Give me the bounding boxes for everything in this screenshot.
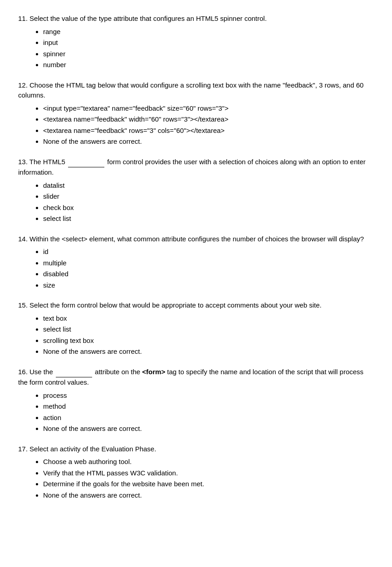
question-13-blank	[68, 157, 104, 168]
question-15: 15. Select the form control below that w…	[18, 300, 374, 357]
question-16-middle: attribute on the	[93, 368, 142, 376]
question-11-body: Select the value of the type attribute t…	[29, 15, 267, 22]
question-17: 17. Select an activity of the Evaluation…	[18, 444, 374, 501]
question-17-text: 17. Select an activity of the Evaluation…	[18, 444, 374, 455]
question-14: 14. Within the <select> element, what co…	[18, 234, 374, 291]
question-12-text: 12. Choose the HTML tag below that would…	[18, 80, 374, 101]
question-17-body: Select an activity of the Evaluation Pha…	[29, 445, 156, 453]
list-item: number	[43, 60, 374, 70]
question-14-options: id multiple disabled size	[18, 247, 374, 290]
question-16: 16. Use the attribute on the <form> tag …	[18, 367, 374, 434]
list-item: None of the answers are correct.	[43, 490, 374, 501]
list-item: range	[43, 27, 374, 37]
list-item: spinner	[43, 49, 374, 59]
question-15-body: Select the form control below that would…	[29, 301, 322, 309]
list-item: input	[43, 38, 374, 48]
question-12: 12. Choose the HTML tag below that would…	[18, 80, 374, 147]
question-11-text: 11. Select the value of the type attribu…	[18, 14, 374, 24]
list-item: Verify that the HTML passes W3C validati…	[43, 468, 374, 479]
list-item: datalist	[43, 181, 374, 191]
list-item: select list	[43, 214, 374, 224]
question-13-before: The HTML5	[29, 158, 67, 166]
question-11-options: range input spinner number	[18, 27, 374, 70]
question-15-options: text box select list scrolling text box …	[18, 313, 374, 357]
question-13-text: 13. The HTML5 form control provides the …	[18, 157, 374, 178]
question-14-number: 14.	[18, 235, 28, 243]
question-14-body: Within the <select> element, what common…	[29, 235, 364, 243]
list-item: scrolling text box	[43, 336, 374, 346]
list-item: select list	[43, 324, 374, 335]
list-item: Determine if the goals for the website h…	[43, 479, 374, 489]
question-16-blank	[56, 367, 92, 378]
question-13-number: 13.	[18, 158, 28, 166]
question-13: 13. The HTML5 form control provides the …	[18, 157, 374, 224]
question-16-bold: <form>	[142, 368, 165, 376]
question-15-number: 15.	[18, 301, 28, 309]
question-16-number: 16.	[18, 368, 28, 376]
question-14-text: 14. Within the <select> element, what co…	[18, 234, 374, 244]
list-item: check box	[43, 203, 374, 213]
question-13-options: datalist slider check box select list	[18, 181, 374, 224]
question-12-number: 12.	[18, 81, 28, 89]
list-item: Choose a web authoring tool.	[43, 457, 374, 467]
list-item: method	[43, 401, 374, 412]
list-item: disabled	[43, 269, 374, 279]
list-item: <input type="textarea" name="feedback" s…	[43, 103, 374, 114]
question-12-body: Choose the HTML tag below that would con…	[18, 81, 363, 99]
list-item: process	[43, 391, 374, 401]
question-11-number: 11.	[18, 15, 28, 22]
question-16-text: 16. Use the attribute on the <form> tag …	[18, 367, 374, 388]
list-item: size	[43, 280, 374, 291]
question-17-number: 17.	[18, 445, 28, 453]
question-17-options: Choose a web authoring tool. Verify that…	[18, 457, 374, 500]
list-item: action	[43, 413, 374, 423]
list-item: <textarea name="feedback" rows="3" cols=…	[43, 126, 374, 136]
list-item: slider	[43, 191, 374, 202]
list-item: <textarea name="feedback" width="60" row…	[43, 114, 374, 125]
question-12-options: <input type="textarea" name="feedback" s…	[18, 103, 374, 147]
list-item: None of the answers are correct.	[43, 424, 374, 434]
question-15-text: 15. Select the form control below that w…	[18, 300, 374, 311]
list-item: None of the answers are correct.	[43, 347, 374, 357]
list-item: id	[43, 247, 374, 257]
list-item: multiple	[43, 258, 374, 269]
question-16-options: process method action None of the answer…	[18, 391, 374, 434]
list-item: text box	[43, 313, 374, 324]
question-11: 11. Select the value of the type attribu…	[18, 14, 374, 70]
list-item: None of the answers are correct.	[43, 137, 374, 147]
question-16-before: Use the	[29, 368, 55, 376]
